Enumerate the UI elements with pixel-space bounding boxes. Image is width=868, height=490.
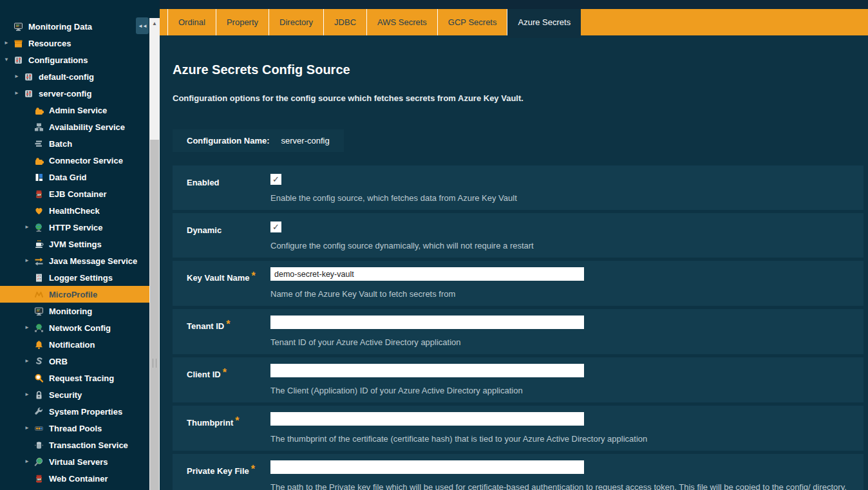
sidebar-item-label: Monitoring (49, 306, 92, 316)
sidebar-item-label: default-config (39, 72, 94, 82)
sidebar-item-healthcheck[interactable]: HealthCheck (0, 202, 149, 219)
tree-expand-arrow-icon[interactable]: ► (24, 325, 33, 330)
box-icon (13, 39, 23, 48)
tab-directory[interactable]: Directory (269, 9, 323, 35)
sidebar: Monitoring Data►Resources▼Configurations… (0, 0, 160, 490)
top-strip (160, 0, 868, 9)
field-label: Key Vault Name (187, 273, 250, 283)
tree-expand-arrow-icon[interactable]: ► (24, 392, 33, 397)
sidebar-item-server-config[interactable]: ►server-config (0, 85, 149, 102)
form-row-key-vault-name: Key Vault Name*Name of the Azure Key Vau… (173, 261, 863, 306)
sidebar-item-batch[interactable]: Batch (0, 135, 149, 152)
servers-icon (33, 122, 44, 132)
field-label: Dynamic (187, 225, 222, 235)
form-row-thumbprint: Thumbprint*The thumbprint of the certifi… (173, 406, 863, 451)
field-label-cell: Thumbprint* (173, 412, 270, 444)
field-help-text: Name of the Azure Key Vault to fetch sec… (270, 289, 863, 299)
tree-expand-arrow-icon[interactable]: ► (24, 426, 33, 431)
tree-expand-arrow-icon[interactable]: ► (14, 91, 23, 96)
tree-expand-arrow-icon[interactable]: ► (14, 74, 23, 79)
sidebar-item-label: HTTP Service (49, 223, 103, 232)
tab-azure-secrets[interactable]: Azure Secrets (507, 9, 581, 38)
form-row-dynamic: Dynamic✓Configure the config source dyna… (173, 213, 863, 258)
sidebar-item-availability-service[interactable]: Availability Service (0, 118, 149, 135)
tab-gcp-secrets[interactable]: GCP Secrets (437, 9, 508, 35)
sidebar-item-label: EJB Container (49, 189, 107, 199)
required-asterisk-icon: * (251, 464, 255, 475)
tenant-id-input[interactable] (270, 316, 584, 329)
sidebar-item-monitoring-data[interactable]: Monitoring Data (0, 18, 149, 35)
tab-jdbc[interactable]: JDBC (323, 9, 366, 35)
sidebar-item-microprofile[interactable]: MicroProfile (0, 286, 149, 303)
jar-icon: JAR (33, 474, 44, 484)
navigation-tree: Monitoring Data►Resources▼Configurations… (0, 18, 149, 487)
tree-collapse-arrow-icon[interactable]: ▼ (4, 57, 13, 62)
enabled-checkbox[interactable]: ✓ (270, 174, 281, 185)
sidebar-item-java-message-service[interactable]: ►Java Message Service (0, 252, 149, 269)
client-id-input[interactable] (270, 364, 584, 377)
log-icon (33, 273, 44, 283)
sidebar-item-virtual-servers[interactable]: ►Virtual Servers (0, 453, 149, 470)
sidebar-item-label: Java Message Service (49, 256, 137, 266)
sidebar-item-http-service[interactable]: ►HTTP Service (0, 219, 149, 236)
sidebar-item-default-config[interactable]: ►default-config (0, 68, 149, 85)
tree-expand-arrow-icon[interactable]: ► (24, 359, 33, 364)
required-asterisk-icon: * (223, 367, 227, 378)
configuration-name-box: Configuration Name: server-config (173, 129, 344, 152)
sidebar-item-configurations[interactable]: ▼Configurations (0, 52, 149, 68)
sidebar-item-transaction-service[interactable]: Transaction Service (0, 437, 149, 453)
sidebar-item-notification[interactable]: Notification (0, 336, 149, 353)
scrollbar-thumb[interactable] (150, 140, 159, 490)
private-key-file-input[interactable] (270, 460, 584, 474)
field-input-cell: The thumbprint of the certificate (certi… (270, 412, 863, 444)
sidebar-item-ejb-container[interactable]: JAREJB Container (0, 185, 149, 202)
sidebar-item-monitoring[interactable]: Monitoring (0, 303, 149, 319)
required-asterisk-icon: * (226, 319, 230, 330)
sidebar-item-label: System Properties (49, 407, 122, 417)
sidebar-item-logger-settings[interactable]: Logger Settings (0, 269, 149, 286)
field-label-cell: Private Key File* (173, 460, 270, 490)
tree-expand-arrow-icon[interactable]: ► (24, 459, 33, 464)
sidebar-item-data-grid[interactable]: Data Grid (0, 169, 149, 185)
sidebar-item-orb[interactable]: ►ORB (0, 353, 149, 370)
arrows-icon (33, 256, 44, 266)
tab-aws-secrets[interactable]: AWS Secrets (366, 9, 437, 35)
sidebar-item-jvm-settings[interactable]: JVM Settings (0, 236, 149, 252)
sidebar-item-label: Security (49, 390, 82, 400)
dynamic-checkbox[interactable]: ✓ (270, 221, 281, 232)
field-help-text: Configure the config source dynamically,… (270, 241, 863, 250)
sidebar-item-resources[interactable]: ►Resources (0, 35, 149, 52)
collapse-sidebar-button[interactable]: ◄◄ (136, 17, 149, 34)
field-help-text: Tenant ID of your Azure Active Directory… (270, 337, 863, 347)
tab-property[interactable]: Property (216, 9, 269, 35)
sidebar-item-label: Connector Service (49, 156, 123, 165)
sidebar-item-admin-service[interactable]: Admin Service (0, 102, 149, 118)
thumbprint-input[interactable] (270, 412, 584, 426)
sidebar-item-system-properties[interactable]: System Properties (0, 403, 149, 420)
sliders-icon (23, 72, 33, 82)
sidebar-item-connector-service[interactable]: Connector Service (0, 152, 149, 169)
sidebar-item-request-tracing[interactable]: Request Tracing (0, 370, 149, 386)
orb-icon (33, 357, 44, 366)
sidebar-item-security[interactable]: ►Security (0, 386, 149, 403)
sidebar-item-web-container[interactable]: JARWeb Container (0, 470, 149, 487)
form-row-client-id: Client ID*The Client (Application) ID of… (173, 357, 863, 402)
form-row-tenant-id: Tenant ID*Tenant ID of your Azure Active… (173, 309, 863, 354)
sidebar-item-label: Configurations (28, 55, 88, 65)
tree-expand-arrow-icon[interactable]: ► (4, 41, 13, 46)
microprofile-icon (33, 290, 44, 299)
field-help-text: The Client (Application) ID of your Azur… (270, 386, 863, 395)
sidebar-item-network-config[interactable]: ►Network Config (0, 319, 149, 336)
monitor-icon (13, 22, 23, 32)
sidebar-item-thread-pools[interactable]: ►Thread Pools (0, 420, 149, 437)
tree-expand-arrow-icon[interactable]: ► (24, 225, 33, 230)
tab-ordinal[interactable]: Ordinal (167, 9, 216, 35)
sidebar-item-label: Transaction Service (49, 440, 128, 450)
field-label: Tenant ID (187, 321, 224, 331)
field-label-cell: Enabled (173, 172, 270, 203)
tab-bar: OrdinalPropertyDirectoryJDBCAWS SecretsG… (160, 9, 868, 35)
scrollbar-up-button[interactable]: ▲ (149, 18, 160, 28)
tree-expand-arrow-icon[interactable]: ► (24, 258, 33, 263)
key-vault-name-input[interactable] (270, 267, 584, 281)
sidebar-scrollbar[interactable]: ▲ (149, 18, 160, 490)
